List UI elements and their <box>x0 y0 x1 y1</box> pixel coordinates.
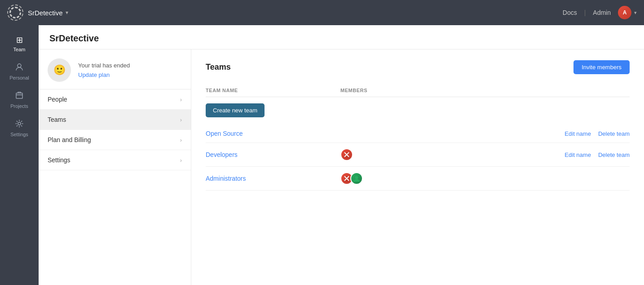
nav-settings-label: Settings <box>48 156 71 164</box>
trial-text-block: Your trial has ended Update plan <box>78 62 130 79</box>
team-name-administrators[interactable]: Administrators <box>206 175 340 182</box>
left-nav: People › Teams › Plan and Billing › Sett… <box>39 89 191 170</box>
settings-chevron-icon: › <box>180 157 182 164</box>
sidebar: ⊞ Team Personal Projects Settings <box>0 25 39 285</box>
col-members: MEMBERS <box>340 88 367 93</box>
edit-name-open-source[interactable]: Edit name <box>565 130 591 137</box>
svg-point-9 <box>355 176 358 179</box>
table-row: Administrators <box>206 167 630 191</box>
member-avatar <box>350 172 363 185</box>
brand-text: SrDetective <box>28 9 63 17</box>
trial-avatar: 🙂 <box>48 58 71 82</box>
brand-logo <box>7 4 23 21</box>
trial-title: Your trial has ended <box>78 62 130 69</box>
content-area: SrDetective 🙂 Your trial has ended Updat… <box>39 25 644 285</box>
trial-banner: 🙂 Your trial has ended Update plan <box>39 49 191 89</box>
right-panel: Teams Invite members TEAM NAME MEMBERS C… <box>191 49 644 285</box>
admin-link[interactable]: Admin <box>593 9 611 16</box>
main-layout: ⊞ Team Personal Projects Settings SrDete… <box>0 25 644 285</box>
team-actions-open-source: Edit name Delete team <box>565 130 630 137</box>
brand-name[interactable]: SrDetective ▾ <box>28 9 68 17</box>
brand-chevron-icon: ▾ <box>66 9 68 16</box>
nav-item-settings[interactable]: Settings › <box>39 150 191 170</box>
sidebar-item-projects[interactable]: Projects <box>2 87 36 113</box>
topnav-right: Docs | Admin A ▾ <box>563 6 637 19</box>
nav-people-label: People <box>48 96 67 103</box>
plan-billing-chevron-icon: › <box>180 137 182 143</box>
team-name-developers[interactable]: Developers <box>206 151 340 158</box>
nav-item-teams[interactable]: Teams › <box>39 110 191 130</box>
edit-name-developers[interactable]: Edit name <box>565 151 591 158</box>
team-members-developers <box>340 148 565 161</box>
docs-link[interactable]: Docs <box>563 9 577 16</box>
delete-team-developers[interactable]: Delete team <box>598 151 630 158</box>
user-menu[interactable]: A ▾ <box>618 6 637 19</box>
table-row: Open Source Edit name Delete team <box>206 125 630 143</box>
people-chevron-icon: › <box>180 96 182 103</box>
svg-rect-1 <box>16 93 22 98</box>
left-panel: 🙂 Your trial has ended Update plan Peopl… <box>39 49 191 285</box>
nav-divider: | <box>584 9 586 16</box>
team-icon: ⊞ <box>16 35 23 45</box>
update-plan-link[interactable]: Update plan <box>78 71 110 78</box>
teams-chevron-icon: › <box>180 116 182 123</box>
sidebar-projects-label: Projects <box>10 103 28 109</box>
sidebar-personal-label: Personal <box>9 75 29 80</box>
member-avatar <box>340 148 353 161</box>
sidebar-item-settings[interactable]: Settings <box>2 115 36 142</box>
invite-members-button[interactable]: Invite members <box>573 60 630 74</box>
delete-team-open-source[interactable]: Delete team <box>598 130 630 137</box>
svg-point-2 <box>18 122 21 125</box>
projects-icon <box>15 91 23 102</box>
personal-icon <box>15 63 23 73</box>
table-header: TEAM NAME MEMBERS <box>206 85 630 97</box>
nav-item-plan-billing[interactable]: Plan and Billing › <box>39 130 191 150</box>
page-header: SrDetective <box>39 25 644 49</box>
user-avatar: A <box>618 6 631 19</box>
team-actions-developers: Edit name Delete team <box>565 151 630 158</box>
sidebar-settings-label: Settings <box>10 132 28 137</box>
right-panel-header: Teams Invite members <box>206 60 630 74</box>
page-title: SrDetective <box>49 33 633 44</box>
sidebar-team-label: Team <box>13 47 26 52</box>
section-title: Teams <box>206 62 231 72</box>
settings-icon <box>15 120 23 130</box>
sidebar-item-personal[interactable]: Personal <box>2 58 36 85</box>
svg-point-0 <box>18 64 21 67</box>
two-column-layout: 🙂 Your trial has ended Update plan Peopl… <box>39 49 644 285</box>
create-new-team-button[interactable]: Create new team <box>206 103 265 117</box>
user-chevron-icon: ▾ <box>634 10 637 16</box>
nav-teams-label: Teams <box>48 116 66 123</box>
team-name-open-source[interactable]: Open Source <box>206 130 340 137</box>
nav-item-people[interactable]: People › <box>39 89 191 110</box>
sidebar-item-team[interactable]: ⊞ Team <box>2 31 36 57</box>
nav-plan-billing-label: Plan and Billing <box>48 136 91 143</box>
table-row: Developers Edit name Delete team <box>206 143 630 167</box>
col-team-name: TEAM NAME <box>206 88 340 93</box>
top-navigation: SrDetective ▾ Docs | Admin A ▾ <box>0 0 644 25</box>
team-members-administrators <box>340 172 630 185</box>
